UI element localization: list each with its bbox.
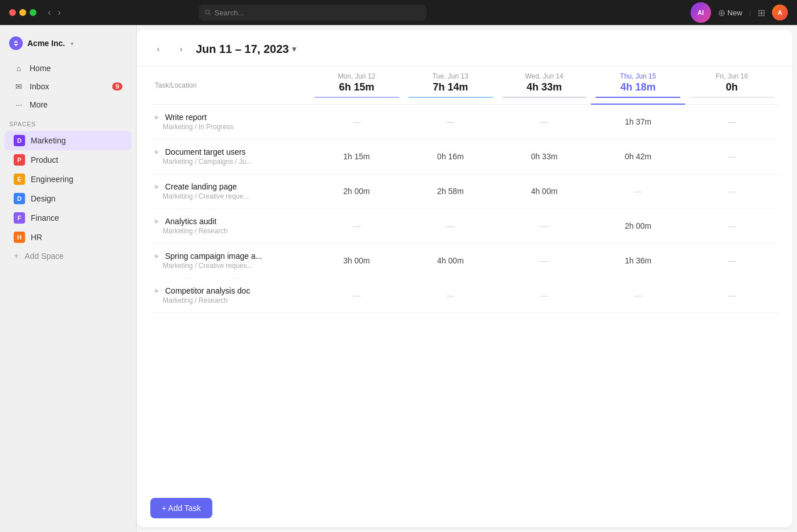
back-arrow-icon[interactable]: ‹ [46,6,53,19]
expand-icon[interactable]: ▶ [155,218,159,224]
sidebar-item-product[interactable]: P Product [5,150,132,170]
table-row: ▶ Analytics audit Marketing / Research —… [150,208,779,243]
forward-arrow-icon[interactable]: › [55,6,63,19]
table-row: ▶ Create landing page Marketing / Creati… [150,174,779,208]
sidebar-item-finance[interactable]: F Finance [5,208,132,228]
time-cell-mon: 1h 15m [310,139,404,174]
day-name-thu: Thu, Jun 15 [595,72,680,80]
task-cell-analytics-audit: ▶ Analytics audit Marketing / Research [150,208,310,243]
day-hours-mon: 6h 15m [314,81,399,93]
new-button[interactable]: ⊕ New [718,7,742,18]
avatar[interactable]: A [772,5,788,20]
traffic-lights [9,9,36,16]
inbox-icon: ✉ [14,82,24,91]
sidebar-item-home[interactable]: ⌂ Home [5,59,132,77]
sidebar-item-marketing[interactable]: D Marketing [5,131,132,150]
content-header: ‹ › Jun 11 – 17, 2023 ▾ [137,30,792,67]
day-header-fri: Fri, Jun 16 0h [685,67,779,104]
titlebar: ‹ › Search... AI ⊕ New | ⊞ A [0,0,797,25]
day-header-thu: Thu, Jun 15 4h 18m [591,67,685,104]
task-location: Marketing / Research [155,296,305,304]
task-rows: ▶ Write report Marketing / In Progress —… [150,104,779,312]
time-cell-wed: 0h 33m [498,139,591,174]
header-row: Task/Location Mon, Jun 12 6h 15m Tue, Ju… [150,67,779,104]
add-task-section: + Add Task [137,489,792,527]
sidebar-item-hr[interactable]: H HR [5,228,132,247]
sidebar-item-more[interactable]: ··· More [5,96,132,114]
inbox-badge: 9 [112,83,122,90]
workspace-header[interactable]: Acme Inc. ▾ [0,32,136,59]
time-cell-wed: — [498,278,591,312]
space-label: Design [31,194,56,203]
time-cell-tue: 2h 58m [404,174,498,208]
sidebar-item-inbox[interactable]: ✉ Inbox 9 [5,77,132,96]
expand-icon[interactable]: ▶ [155,287,159,294]
task-cell-competitor-analysis: ▶ Competitor analysis doc Marketing / Re… [150,278,310,312]
ai-button[interactable]: AI [691,2,711,23]
svg-point-0 [205,10,209,14]
task-cell-spring-campaign: ▶ Spring campaign image a... Marketing /… [150,243,310,278]
sidebar-item-engineering[interactable]: E Engineering [5,170,132,189]
main-layout: Acme Inc. ▾ ⌂ Home ✉ Inbox 9 ··· More Sp… [0,25,797,532]
browser-nav: ‹ › [46,6,63,19]
time-cell-mon: — [310,104,404,139]
maximize-button[interactable] [30,9,36,16]
space-icon-engineering: E [14,174,25,185]
day-header-tue: Tue, Jun 13 7h 14m [404,67,498,104]
grid-icon[interactable]: ⊞ [758,7,765,18]
sidebar-item-design[interactable]: D Design [5,189,132,208]
space-label: Product [31,155,58,164]
time-cell-wed: — [498,208,591,243]
expand-icon[interactable]: ▶ [155,114,159,120]
search-placeholder: Search... [215,9,244,17]
time-cell-thu: 2h 00m [591,208,685,243]
minimize-button[interactable] [19,9,26,16]
add-task-label: + Add Task [162,504,201,513]
time-cell-mon: — [310,278,404,312]
task-cell-landing-page: ▶ Create landing page Marketing / Creati… [150,174,310,208]
time-cell-tue: 0h 16m [404,139,498,174]
day-hours-thu: 4h 18m [595,81,680,93]
expand-icon[interactable]: ▶ [155,149,159,155]
time-cell-thu: 0h 42m [591,139,685,174]
expand-icon[interactable]: ▶ [155,183,159,189]
time-cell-tue: — [404,104,498,139]
day-header-wed: Wed, Jun 14 4h 33m [498,67,591,104]
task-location: Marketing / Research [155,227,305,235]
workspace-name: Acme Inc. [27,39,65,48]
time-cell-fri: — [685,174,779,208]
next-week-button[interactable]: › [173,41,189,57]
space-icon-finance: F [14,212,25,224]
add-task-button[interactable]: + Add Task [150,498,212,518]
more-icon: ··· [14,100,24,109]
task-location: Marketing / In Progress [155,123,305,131]
time-cell-mon: — [310,208,404,243]
time-cell-tue: 4h 00m [404,243,498,278]
time-cell-fri: — [685,278,779,312]
day-name-tue: Tue, Jun 13 [408,72,493,80]
expand-icon[interactable]: ▶ [155,253,159,259]
day-hours-tue: 7h 14m [408,81,493,93]
grid-table: Task/Location Mon, Jun 12 6h 15m Tue, Ju… [150,67,779,313]
task-name-text: Document target users [165,147,246,156]
task-name-text: Write report [165,113,207,122]
spaces-label: Spaces [0,114,136,131]
close-button[interactable] [9,9,16,16]
content-area: ‹ › Jun 11 – 17, 2023 ▾ Task/Location Mo… [137,30,792,527]
space-icon-design: D [14,193,25,204]
task-name-text: Analytics audit [165,217,216,226]
plus-icon: + [14,251,19,261]
time-cell-thu: — [591,278,685,312]
add-space-button[interactable]: + Add Space [5,247,132,265]
search-bar[interactable]: Search... [199,5,426,20]
home-icon: ⌂ [14,64,24,73]
prev-week-button[interactable]: ‹ [150,41,166,57]
task-location: Marketing / Creative reque... [155,192,305,200]
task-name-text: Spring campaign image a... [165,251,262,261]
date-range[interactable]: Jun 11 – 17, 2023 ▾ [196,43,296,56]
day-underline-thu [595,97,680,98]
time-cell-fri: — [685,208,779,243]
task-location: Marketing / Campaigns / Ju... [155,158,305,166]
task-column-header: Task/Location [150,67,310,104]
workspace-logo [9,36,23,50]
